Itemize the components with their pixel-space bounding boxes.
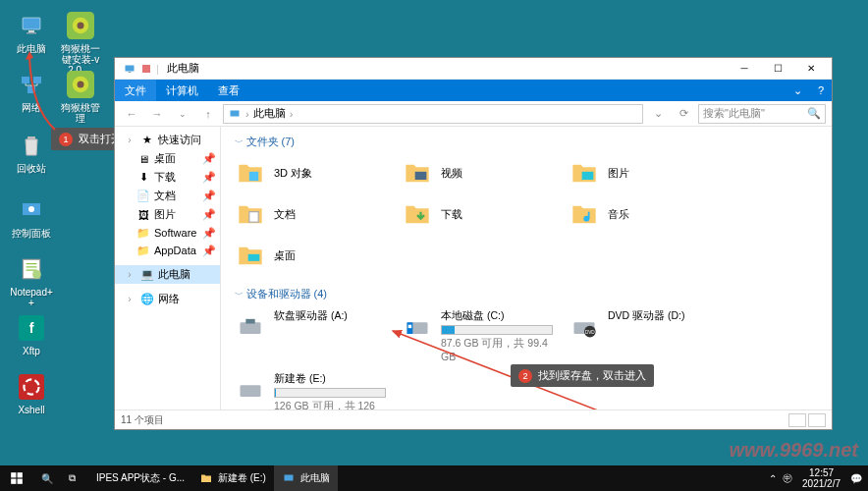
- drive-dvd-d[interactable]: DVD DVD 驱动器 (D:): [565, 307, 722, 364]
- svg-rect-28: [249, 212, 258, 223]
- system-tray[interactable]: ⌃ ㊥ 12:57 2021/2/7 💬: [763, 467, 868, 489]
- desktop-icon-kiwi-install[interactable]: 狗猴桃一键安装-v2.0-...: [59, 10, 102, 76]
- sidebar-downloads[interactable]: ⬇下载📌: [115, 168, 220, 187]
- svg-rect-30: [248, 254, 260, 261]
- desktop-icon-kiwi-manage[interactable]: 狗猴桃管理: [59, 69, 102, 124]
- sidebar-desktop[interactable]: 🖥桌面📌: [115, 149, 220, 168]
- taskbar-item-explorer-pc[interactable]: 此电脑: [274, 465, 338, 491]
- close-button[interactable]: ✕: [794, 59, 828, 79]
- refresh-button[interactable]: ⟳: [673, 104, 694, 124]
- folder-desktop[interactable]: 桌面: [231, 238, 388, 273]
- folder-3d-objects[interactable]: 3D 对象: [231, 155, 388, 191]
- sidebar-network[interactable]: ›🌐网络: [115, 290, 220, 308]
- desktop-icon-control-panel[interactable]: 控制面板: [10, 194, 53, 239]
- help-icon[interactable]: ?: [810, 84, 832, 96]
- folder-icon: [233, 157, 268, 189]
- minimize-button[interactable]: ─: [728, 59, 761, 79]
- clock[interactable]: 12:57 2021/2/7: [798, 467, 844, 489]
- drive-local-c[interactable]: 本地磁盘 (C:)87.6 GB 可用，共 99.4 GB: [398, 307, 555, 364]
- svg-rect-7: [33, 77, 41, 83]
- group-folders-header[interactable]: 文件夹 (7): [231, 133, 822, 155]
- drive-floppy-a[interactable]: 软盘驱动器 (A:): [231, 307, 388, 364]
- ribbon-tabs: 文件 计算机 查看 ⌄ ?: [115, 80, 832, 101]
- breadcrumb[interactable]: › 此电脑 ›: [223, 104, 643, 124]
- status-bar: 11 个项目: [115, 409, 832, 429]
- tab-view[interactable]: 查看: [208, 80, 249, 101]
- breadcrumb-root[interactable]: 此电脑: [253, 106, 286, 121]
- desktop-icon-this-pc[interactable]: 此电脑: [10, 10, 53, 54]
- view-details-button[interactable]: [788, 413, 806, 427]
- svg-rect-43: [11, 479, 16, 484]
- nav-back-button[interactable]: ←: [121, 104, 142, 124]
- explorer-window: | 此电脑 ─ ☐ ✕ 文件 计算机 查看 ⌄ ? ← → ⌄ ↑ › 此电脑 …: [114, 57, 833, 430]
- window-icon: [119, 63, 140, 75]
- desktop-icon-xftp[interactable]: f Xftp: [10, 312, 53, 356]
- desktop-icon-xshell[interactable]: Xshell: [10, 371, 53, 415]
- svg-rect-31: [241, 322, 261, 334]
- taskbar: 🔍 ⧉ IPES APP状态 - G... 新建卷 (E:) 此电脑 ⌃ ㊥ 1…: [0, 465, 868, 491]
- annotation-step-2: 2 找到缓存盘，双击进入: [511, 364, 654, 387]
- network-icon: [16, 69, 47, 100]
- sidebar-software[interactable]: 📁Software📌: [115, 224, 220, 242]
- svg-rect-6: [22, 77, 29, 83]
- svg-point-11: [78, 82, 84, 88]
- folder-icon: [567, 157, 602, 189]
- watermark: www.9969.net: [729, 439, 858, 462]
- folder-icon: 📁: [136, 244, 150, 257]
- task-view-button[interactable]: ⧉: [61, 465, 83, 491]
- nav-forward-button[interactable]: →: [146, 104, 168, 124]
- nav-up-button[interactable]: ↑: [197, 104, 219, 124]
- group-drives-header[interactable]: 设备和驱动器 (4): [231, 285, 822, 307]
- control-panel-icon: [16, 194, 47, 226]
- pin-icon: 📌: [202, 208, 216, 221]
- sidebar-this-pc[interactable]: ›💻此电脑: [115, 265, 220, 284]
- tab-computer[interactable]: 计算机: [156, 80, 208, 101]
- notifications-icon[interactable]: 💬: [850, 473, 862, 484]
- folder-icon: 📁: [136, 226, 150, 240]
- desktop-icon-network[interactable]: 网络: [10, 69, 53, 113]
- desktop-icon-notepadpp[interactable]: Notepad++: [10, 253, 53, 308]
- download-icon: ⬇: [136, 171, 150, 185]
- drive-volume-e[interactable]: 新建卷 (E:)126 GB 可用，共 126 GB: [231, 370, 388, 409]
- ime-icon[interactable]: ㊥: [783, 471, 792, 485]
- folder-music[interactable]: 音乐: [565, 196, 722, 232]
- folder-pictures[interactable]: 图片: [565, 155, 722, 191]
- taskbar-item-explorer-e[interactable]: 新建卷 (E:): [191, 465, 274, 491]
- folder-icon: [567, 198, 602, 230]
- ribbon-expand-icon[interactable]: ⌄: [786, 84, 810, 97]
- svg-text:f: f: [29, 320, 34, 336]
- sidebar-appdata[interactable]: 📁AppData📌: [115, 242, 220, 259]
- view-icons-button[interactable]: [808, 413, 826, 427]
- search-button[interactable]: 🔍: [33, 465, 61, 491]
- xftp-icon: f: [16, 312, 47, 344]
- folder-documents[interactable]: 文档: [231, 196, 388, 232]
- desktop-icon-recycle[interactable]: 回收站: [10, 130, 53, 174]
- titlebar[interactable]: | 此电脑 ─ ☐ ✕: [115, 58, 832, 80]
- nav-pane: ›★快速访问 🖥桌面📌 ⬇下载📌 📄文档📌 🖼图片📌 📁Software📌 📁A…: [115, 127, 221, 409]
- sidebar-documents[interactable]: 📄文档📌: [115, 187, 220, 205]
- network-icon: 🌐: [140, 293, 154, 306]
- folder-icon: [400, 157, 435, 189]
- search-icon[interactable]: 🔍: [807, 107, 821, 120]
- search-input[interactable]: 搜索"此电脑" 🔍: [698, 104, 826, 124]
- folder-icon: [233, 198, 268, 230]
- maximize-button[interactable]: ☐: [761, 59, 794, 79]
- folder-downloads[interactable]: 下载: [398, 196, 555, 232]
- capacity-bar: [441, 325, 553, 335]
- sidebar-quick-access[interactable]: ›★快速访问: [115, 131, 220, 149]
- svg-rect-1: [28, 30, 34, 32]
- svg-rect-21: [126, 65, 135, 71]
- taskbar-item-chrome[interactable]: IPES APP状态 - G...: [83, 465, 191, 491]
- tab-file[interactable]: 文件: [115, 80, 156, 101]
- svg-rect-42: [18, 472, 23, 477]
- path-dropdown-button[interactable]: ⌄: [647, 104, 669, 124]
- folder-icon: [233, 240, 268, 271]
- qat-properties-icon[interactable]: [140, 63, 152, 75]
- floppy-icon: [233, 309, 268, 345]
- start-button[interactable]: [0, 465, 33, 491]
- svg-rect-8: [27, 86, 35, 93]
- nav-recent-button[interactable]: ⌄: [172, 104, 193, 124]
- folder-videos[interactable]: 视频: [398, 155, 555, 191]
- tray-chevron-icon[interactable]: ⌃: [769, 473, 777, 484]
- sidebar-pictures[interactable]: 🖼图片📌: [115, 205, 220, 224]
